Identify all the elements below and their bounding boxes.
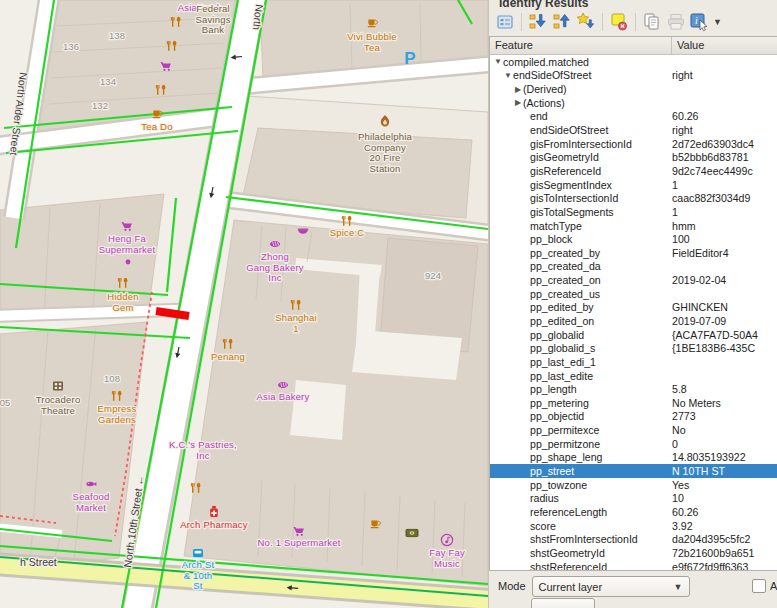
poi-label: Station <box>370 163 401 174</box>
poi-label: Hidden <box>107 291 138 302</box>
house-number: 132 <box>92 100 108 111</box>
feature-name: pp_permitzone <box>530 438 600 450</box>
form-view-button[interactable] <box>493 10 517 34</box>
value-cell: 2d72ed63903dc4 <box>672 138 777 150</box>
expand-new-results-button[interactable] <box>574 10 598 34</box>
feature-name: gisTotalSegments <box>530 206 614 218</box>
table-row[interactable]: pp_edited_on2019-07-09 <box>490 314 777 328</box>
value-cell: 60.26 <box>672 506 777 518</box>
table-row[interactable]: gisReferenceId9d2c74eec4499c <box>490 164 777 178</box>
feature-cell: pp_last_edi_1 <box>490 356 672 368</box>
table-row[interactable]: radius10 <box>490 492 777 506</box>
table-row[interactable]: ▼compiled.matched <box>490 55 777 69</box>
checkbox-box[interactable] <box>752 579 766 593</box>
value-cell: {ACA7FA7D-50A4 <box>672 329 777 341</box>
table-row[interactable]: pp_meteringNo Meters <box>490 396 777 410</box>
table-row[interactable]: pp_globalid_s{1BE183B6-435C <box>490 341 777 355</box>
table-row[interactable]: pp_globalid{ACA7FA7D-50A4 <box>490 328 777 342</box>
value-cell: da204d395c5fc2 <box>672 533 777 545</box>
table-row[interactable]: shstFromIntersectionIdda204d395c5fc2 <box>490 532 777 546</box>
poi-label: Philadelphia <box>358 131 413 142</box>
table-row[interactable]: pp_last_edite <box>490 369 777 383</box>
auto-checkbox[interactable]: Auto <box>752 579 777 593</box>
table-row[interactable]: ▼endSideOfStreetright <box>490 69 777 83</box>
expand-tree-button[interactable] <box>526 10 550 34</box>
table-row[interactable]: ▶(Derived) <box>490 82 777 96</box>
feature-name: pp_last_edi_1 <box>530 356 596 368</box>
poi-label: Company <box>364 142 406 153</box>
table-row[interactable]: gisToIntersectionIdcaac882f3034d9 <box>490 191 777 205</box>
feature-name: pp_edited_by <box>530 301 594 313</box>
mode-select[interactable]: Current layer ▼ <box>532 576 690 597</box>
value-cell: 60.26 <box>672 110 777 122</box>
chevron-right-icon[interactable]: ▶ <box>513 98 523 107</box>
bus-icon <box>193 549 203 557</box>
feature-name: pp_globalid_s <box>530 342 595 354</box>
poi-label: K.C.'s Pastries, <box>169 439 237 450</box>
poi-label: Vivi Bubble <box>347 31 397 42</box>
table-row[interactable]: endSideOfStreetright <box>490 123 777 137</box>
poi-label: Empress <box>98 403 137 414</box>
feature-name: pp_permitexce <box>530 424 600 436</box>
feature-cell: pp_created_on <box>490 274 672 286</box>
poi-label: Inc <box>268 272 281 283</box>
table-row[interactable]: referenceLength60.26 <box>490 505 777 519</box>
partial-button[interactable] <box>531 598 595 608</box>
table-row[interactable]: pp_last_edi_1 <box>490 355 777 369</box>
collapse-tree-button[interactable] <box>550 10 574 34</box>
value-cell: right <box>672 124 777 136</box>
value-cell: N 10TH ST <box>672 465 777 477</box>
table-row[interactable]: ▶(Actions) <box>490 96 777 110</box>
feature-column-header[interactable]: Feature <box>490 37 672 54</box>
house-number: 924 <box>425 270 441 281</box>
feature-cell: pp_created_da <box>490 260 672 272</box>
table-row[interactable]: pp_permitexceNo <box>490 423 777 437</box>
theatre-icon <box>53 382 63 391</box>
table-row[interactable]: matchTypehmm <box>490 219 777 233</box>
value-cell: 2019-07-09 <box>672 315 777 327</box>
poi <box>126 260 131 265</box>
table-row[interactable]: gisFromIntersectionId2d72ed63903dc4 <box>490 137 777 151</box>
table-row[interactable]: gisSegmentIndex1 <box>490 178 777 192</box>
table-row[interactable]: pp_shape_leng14.8035193922 <box>490 451 777 465</box>
table-row[interactable]: gisGeometryIdb52bbb6d83781 <box>490 150 777 164</box>
feature-cell: gisToIntersectionId <box>490 192 672 204</box>
chevron-down-icon[interactable]: ▼ <box>493 57 503 66</box>
table-row[interactable]: pp_created_byFieldEditor4 <box>490 246 777 260</box>
table-row[interactable]: pp_towzoneYes <box>490 478 777 492</box>
table-row[interactable]: pp_block100 <box>490 232 777 246</box>
table-row[interactable]: pp_created_us <box>490 287 777 301</box>
table-row[interactable]: pp_created_on2019-02-04 <box>490 273 777 287</box>
toolbar-separator <box>635 13 636 31</box>
value-column-header[interactable]: Value <box>672 37 777 54</box>
poi-label: Gem <box>112 302 133 313</box>
feature-cell: pp_edited_by <box>490 301 672 313</box>
tree-header[interactable]: Feature Value <box>490 37 777 55</box>
feature-name: endSideOfStreet <box>530 124 608 136</box>
feature-name: pp_metering <box>530 397 589 409</box>
chevron-down-icon[interactable]: ▼ <box>503 71 513 80</box>
poi-label: Seafood <box>73 491 110 502</box>
chevron-right-icon[interactable]: ▶ <box>513 85 523 94</box>
table-row[interactable]: pp_objectid2773 <box>490 410 777 424</box>
table-row[interactable]: shstReferenceIde9f672fd9ff6363 <box>490 560 777 570</box>
table-row[interactable]: shstGeometryId72b21600b9a651 <box>490 546 777 560</box>
table-row[interactable]: gisTotalSegments1 <box>490 205 777 219</box>
table-row[interactable]: pp_created_da <box>490 260 777 274</box>
feature-cell: shstGeometryId <box>490 547 672 559</box>
table-row[interactable]: pp_permitzone0 <box>490 437 777 451</box>
map-canvas[interactable]: 13813613413292410805 North Alder StreetN… <box>0 0 488 608</box>
value-cell: 1 <box>672 179 777 191</box>
identify-features-button[interactable]: i <box>688 10 712 34</box>
table-row[interactable]: pp_streetN 10TH ST <box>490 464 777 478</box>
table-row[interactable]: score3.92 <box>490 519 777 533</box>
print-results-button[interactable] <box>664 10 688 34</box>
feature-cell: pp_last_edite <box>490 370 672 382</box>
table-row[interactable]: pp_edited_byGHINCKEN <box>490 301 777 315</box>
table-row[interactable]: pp_length5.8 <box>490 382 777 396</box>
copy-feature-button[interactable] <box>640 10 664 34</box>
clear-results-button[interactable] <box>607 10 631 34</box>
identify-dropdown-arrow[interactable]: ▼ <box>713 17 722 27</box>
poi-label: Arch Pharmacy <box>180 519 248 530</box>
table-row[interactable]: end60.26 <box>490 110 777 124</box>
